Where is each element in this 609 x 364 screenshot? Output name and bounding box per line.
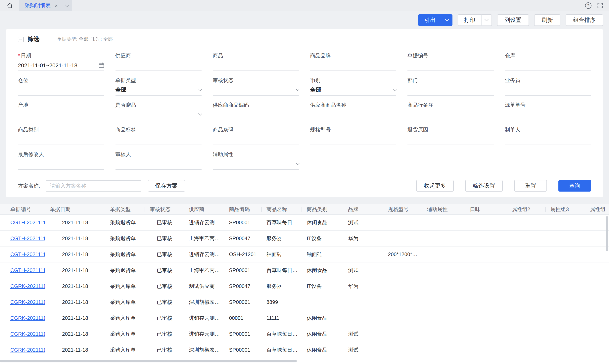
filter-field-20[interactable]: 商品条码 [213, 126, 299, 145]
filter-field-13[interactable]: 是否赠品 [115, 101, 202, 120]
table-row[interactable]: CGTH-202111182021-11-18采购退货单已审核进销存云测…SP0… [0, 215, 609, 231]
bill-no-link[interactable]: CGRK-20211118 [10, 283, 45, 289]
filter-field-label: 规格型号 [310, 126, 396, 134]
combo-sort-button[interactable]: 组合排序 [566, 14, 603, 26]
filter-field-16[interactable]: 商品行备注 [407, 101, 494, 120]
column-header-6[interactable]: 商品名称 [262, 204, 302, 214]
save-scheme-button[interactable]: 保存方案 [148, 180, 185, 192]
column-header-11[interactable]: 口味 [465, 204, 507, 214]
bill-no-link[interactable]: CGRK-20211118 [10, 299, 45, 305]
filter-field-10[interactable]: 部门 [407, 77, 494, 96]
column-header-9[interactable]: 规格型号 [383, 204, 422, 214]
table-row[interactable]: CGRK-202111182021-11-18采购入库单已审核进销存云测…000… [0, 310, 609, 326]
table-row[interactable]: CGTH-202111182021-11-18采购退货单已审核上海甲乙丙…SP0… [0, 262, 609, 278]
filter-field-21[interactable]: 规格型号 [310, 126, 396, 145]
table-row[interactable]: CGRK-202111182021-11-18采购入库单已审核进销存云测…SP0… [0, 326, 609, 342]
print-dropdown-button[interactable] [481, 14, 492, 26]
bill-no-link[interactable]: CGRK-20211118 [10, 315, 45, 321]
collapse-filter-icon[interactable] [18, 37, 24, 42]
home-button[interactable] [0, 0, 19, 11]
bill-no-link[interactable]: CGTH-20211118 [10, 220, 45, 225]
print-button[interactable]: 打印 [458, 14, 481, 26]
filter-field-6[interactable]: 仓位 [18, 77, 104, 96]
filter-field-2[interactable]: 商品 [213, 52, 299, 71]
column-header-2[interactable]: 单据类型 [105, 204, 145, 214]
tab-purchase-detail[interactable]: 采购明细表 × [19, 0, 62, 11]
cell: 已审核 [145, 231, 184, 246]
bill-no-link[interactable]: CGTH-20211118 [10, 251, 45, 257]
cell: 上海甲乙丙… [184, 262, 224, 278]
column-header-5[interactable]: 商品编码 [224, 204, 262, 214]
table-row[interactable]: CGTH-202111182021-11-18采购退货单已审核进销存云测…OSH… [0, 247, 609, 262]
vertical-scrollbar[interactable] [606, 216, 608, 251]
filter-field-11[interactable]: 业务员 [505, 77, 591, 96]
cell [585, 310, 609, 326]
bill-no-link[interactable]: CGRK-20211118 [10, 331, 45, 337]
column-header-1[interactable]: 单据日期 [45, 204, 105, 214]
column-settings-button[interactable]: 列设置 [497, 14, 529, 26]
cell [465, 310, 507, 326]
column-header-10[interactable]: 辅助属性 [422, 204, 465, 214]
filter-field-26[interactable]: 辅助属性 [213, 151, 299, 170]
filter-field-0[interactable]: *日期2021-11-01~2021-11-18 [18, 52, 104, 71]
export-dropdown-button[interactable] [442, 14, 453, 26]
chevron-down-icon [296, 87, 299, 91]
bill-no-link[interactable]: CGTH-20211118 [10, 267, 45, 273]
cell [422, 247, 465, 262]
filter-field-25[interactable]: 审核人 [115, 151, 202, 170]
help-icon[interactable]: ? [585, 2, 592, 9]
filter-field-8[interactable]: 审核状态 [213, 77, 299, 96]
column-header-4[interactable]: 供应商 [184, 204, 224, 214]
filter-field-4[interactable]: 单据编号 [407, 52, 494, 71]
cell [465, 215, 507, 230]
column-header-0[interactable]: 单据编号 [6, 204, 45, 214]
column-header-3[interactable]: 审核状态 [145, 204, 184, 214]
column-header-13[interactable]: 属性组3 [546, 204, 585, 214]
filter-field-7[interactable]: 单据类型全部 [115, 77, 202, 96]
filter-settings-button[interactable]: 筛选设置 [465, 180, 503, 192]
filter-field-label: 审核状态 [213, 77, 299, 84]
filter-field-19[interactable]: 商品标签 [115, 126, 202, 145]
table-row[interactable]: CGRK-202111182021-11-18采购入库单已审核测试供应商SP00… [0, 278, 609, 294]
filter-field-3[interactable]: 商品品牌 [310, 52, 396, 71]
tab-list-dropdown-button[interactable] [62, 0, 72, 11]
collapse-more-button[interactable]: 收起更多 [416, 180, 454, 192]
refresh-button[interactable]: 刷新 [534, 14, 560, 26]
bill-no-link[interactable]: CGTH-20211118 [10, 235, 45, 241]
column-header-8[interactable]: 品牌 [343, 204, 383, 214]
filter-field-9[interactable]: 币别全部 [310, 77, 396, 96]
filter-field-24[interactable]: 最后修改人 [18, 151, 104, 170]
cell [546, 262, 585, 278]
cell [383, 310, 422, 326]
filter-field-18[interactable]: 商品类别 [18, 126, 104, 145]
filter-field-12[interactable]: 产地 [18, 101, 104, 120]
reset-button[interactable]: 重置 [514, 180, 547, 192]
column-header-14[interactable]: 属性组 [585, 204, 609, 214]
table-row[interactable]: CGRK-202111182021-11-18采购入库单已审核深圳胡椒农…SP0… [0, 294, 609, 310]
close-icon[interactable]: × [54, 3, 58, 8]
filter-field-5[interactable]: 仓库 [505, 52, 591, 71]
filter-field-22[interactable]: 退货原因 [407, 126, 494, 145]
filter-field-15[interactable]: 供应商商品名称 [310, 101, 396, 120]
table-row[interactable]: CGTH-202111182021-11-18采购退货单已审核上海甲乙丙…SP0… [0, 231, 609, 247]
scheme-name-input[interactable] [46, 180, 141, 191]
filter-field-1[interactable]: 供应商 [115, 52, 202, 71]
filter-field-label: 供应商商品编码 [213, 101, 299, 109]
filter-field-23[interactable]: 制单人 [505, 126, 591, 145]
table-row[interactable]: CGRK-202111182021-11-18采购入库单已审核深圳胡椒农…SP0… [0, 342, 609, 358]
column-header-7[interactable]: 商品类别 [302, 204, 343, 214]
bill-no-link[interactable]: CGRK-20211118 [10, 347, 45, 353]
cell: 11111 [262, 310, 302, 326]
horizontal-scrollbar[interactable] [0, 360, 297, 363]
filter-field-14[interactable]: 供应商商品编码 [213, 101, 299, 120]
cell: SP00001 [224, 262, 262, 278]
filter-field-label: 商品 [213, 52, 299, 60]
filter-field-label: 部门 [407, 77, 494, 84]
cell: 2021-11-18 [45, 215, 105, 230]
column-header-12[interactable]: 属性组2 [507, 204, 546, 214]
export-button[interactable]: 引出 [418, 14, 442, 26]
fullscreen-icon[interactable] [597, 2, 603, 9]
filter-field-17[interactable]: 源单单号 [505, 101, 591, 120]
query-button[interactable]: 查询 [558, 180, 591, 192]
cell [383, 215, 422, 230]
